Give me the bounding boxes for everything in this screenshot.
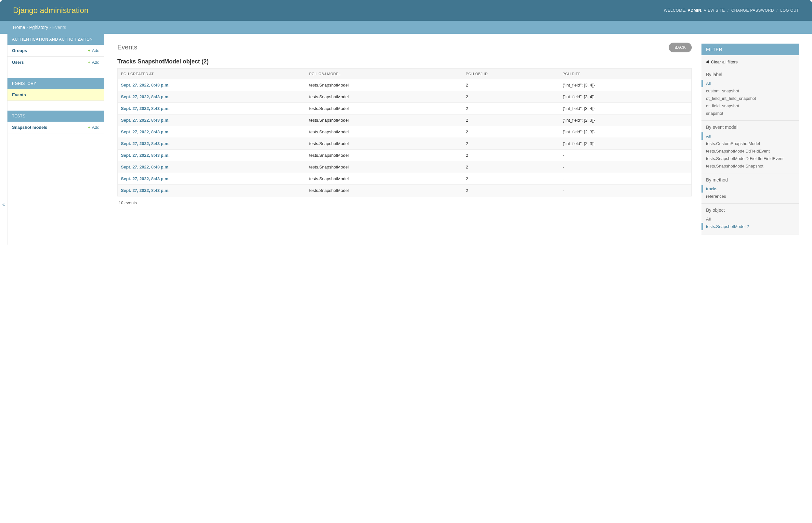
username: ADMIN	[687, 8, 701, 13]
cell-obj-model: tests.SnapshotModel	[306, 79, 462, 91]
cell-obj-id: 2	[462, 138, 560, 150]
filter-option-link[interactable]: tests.SnapshotModelDtFieldEvent	[706, 149, 770, 154]
filter-option-link[interactable]: dt_field_int_field_snapshot	[706, 96, 756, 101]
event-link[interactable]: Sept. 27, 2022, 8:43 p.m.	[121, 83, 170, 88]
sidebar-model-link[interactable]: Users	[12, 60, 24, 65]
cell-obj-model: tests.SnapshotModel	[306, 173, 462, 185]
column-header[interactable]: PGH CREATED AT	[118, 69, 306, 79]
add-link[interactable]: + Add	[88, 48, 99, 53]
filter-option-link[interactable]: tests.CustomSnapshotModel	[706, 141, 760, 146]
column-header[interactable]: PGH DIFF	[560, 69, 692, 79]
sidebar-model-link[interactable]: Groups	[12, 48, 27, 53]
sidebar: AUTHENTICATION AND AUTHORIZATIONGroups+ …	[7, 34, 105, 245]
filter-option[interactable]: All	[701, 132, 799, 140]
filter-group: By event modelAlltests.CustomSnapshotMod…	[701, 120, 799, 173]
log-out-link[interactable]: LOG OUT	[780, 8, 799, 13]
filter-option[interactable]: tracks	[701, 185, 799, 193]
filter-option-link[interactable]: All	[706, 81, 711, 86]
filter-option[interactable]: tests.SnapshotModelSnapshot	[701, 162, 799, 170]
cell-obj-id: 2	[462, 161, 560, 173]
sidebar-model-row: Groups+ Add	[7, 45, 104, 57]
cell-obj-id: 2	[462, 79, 560, 91]
app-caption[interactable]: PGHISTORY	[7, 78, 104, 89]
filter-option-link[interactable]: dt_field_snapshot	[706, 104, 739, 108]
column-header[interactable]: PGH OBJ ID	[462, 69, 560, 79]
add-link[interactable]: + Add	[88, 60, 99, 65]
table-row: Sept. 27, 2022, 8:43 p.m.tests.SnapshotM…	[118, 161, 692, 173]
filter-option[interactable]: tests.SnapshotModelDtFieldIntFieldEvent	[701, 155, 799, 162]
event-link[interactable]: Sept. 27, 2022, 8:43 p.m.	[121, 129, 170, 134]
breadcrumb-current: Events	[52, 25, 66, 30]
sidebar-model-row: Events	[7, 89, 104, 101]
filter-option-link[interactable]: tests.SnapshotModelDtFieldIntFieldEvent	[706, 156, 783, 161]
cell-obj-id: 2	[462, 185, 560, 196]
change-password-link[interactable]: CHANGE PASSWORD	[731, 8, 774, 13]
filter-option[interactable]: snapshot	[701, 110, 799, 117]
filter-option-link[interactable]: tests.SnapshotModelSnapshot	[706, 164, 763, 168]
filter-option[interactable]: tests.CustomSnapshotModel	[701, 140, 799, 147]
filter-option[interactable]: tests.SnapshotModel:2	[701, 223, 799, 230]
add-label: Add	[91, 60, 99, 65]
cell-obj-id: 2	[462, 91, 560, 103]
event-link[interactable]: Sept. 27, 2022, 8:43 p.m.	[121, 106, 170, 111]
filter-group: By objectAlltests.SnapshotModel:2	[701, 203, 799, 234]
back-button[interactable]: BACK	[669, 42, 692, 52]
event-link[interactable]: Sept. 27, 2022, 8:43 p.m.	[121, 118, 170, 123]
app-caption[interactable]: AUTHENTICATION AND AUTHORIZATION	[7, 34, 104, 45]
filter-option[interactable]: references	[701, 193, 799, 200]
event-link[interactable]: Sept. 27, 2022, 8:43 p.m.	[121, 94, 170, 99]
column-header[interactable]: PGH OBJ MODEL	[306, 69, 462, 79]
filter-option-link[interactable]: All	[706, 134, 711, 139]
table-row: Sept. 27, 2022, 8:43 p.m.tests.SnapshotM…	[118, 173, 692, 185]
event-link[interactable]: Sept. 27, 2022, 8:43 p.m.	[121, 153, 170, 158]
filter-option[interactable]: custom_snapshot	[701, 87, 799, 95]
breadcrumb-home[interactable]: Home	[13, 25, 25, 30]
filter-option-link[interactable]: tests.SnapshotModel:2	[706, 224, 749, 229]
cell-obj-id: 2	[462, 126, 560, 138]
filter-option-link[interactable]: snapshot	[706, 111, 723, 116]
separator: /	[777, 8, 778, 13]
clear-all-filters[interactable]: ✖Clear all filters	[706, 59, 738, 65]
filter-option[interactable]: All	[701, 215, 799, 223]
table-row: Sept. 27, 2022, 8:43 p.m.tests.SnapshotM…	[118, 79, 692, 91]
filter-option[interactable]: dt_field_snapshot	[701, 102, 799, 110]
cell-diff: {"int_field": [3, 4]}	[560, 91, 692, 103]
sidebar-model-link[interactable]: Snapshot models	[12, 125, 47, 130]
filter-option-link[interactable]: references	[706, 194, 726, 199]
cell-obj-model: tests.SnapshotModel	[306, 91, 462, 103]
toggle-nav-icon[interactable]: «	[0, 34, 7, 245]
filter-group-title: By event model	[701, 125, 799, 132]
filter-option[interactable]: tests.SnapshotModelDtFieldEvent	[701, 147, 799, 155]
separator: /	[728, 8, 729, 13]
view-site-link[interactable]: VIEW SITE	[704, 8, 725, 13]
cell-diff: -	[560, 161, 692, 173]
table-row: Sept. 27, 2022, 8:43 p.m.tests.SnapshotM…	[118, 114, 692, 126]
event-link[interactable]: Sept. 27, 2022, 8:43 p.m.	[121, 176, 170, 181]
filter-option[interactable]: All	[701, 80, 799, 87]
filter-option[interactable]: dt_field_int_field_snapshot	[701, 95, 799, 102]
content: Events BACK Tracks SnapshotModel object …	[117, 43, 692, 235]
event-link[interactable]: Sept. 27, 2022, 8:43 p.m.	[121, 141, 170, 146]
plus-icon: +	[88, 48, 90, 53]
user-tools: WELCOME, ADMIN. VIEW SITE / CHANGE PASSW…	[664, 8, 799, 13]
filter-option-link[interactable]: custom_snapshot	[706, 88, 739, 93]
table-row: Sept. 27, 2022, 8:43 p.m.tests.SnapshotM…	[118, 138, 692, 150]
sidebar-model-row: Snapshot models+ Add	[7, 122, 104, 133]
breadcrumb-app[interactable]: Pghistory	[29, 25, 48, 30]
add-link[interactable]: + Add	[88, 125, 99, 130]
cell-obj-model: tests.SnapshotModel	[306, 114, 462, 126]
app-caption[interactable]: TESTS	[7, 111, 104, 122]
table-row: Sept. 27, 2022, 8:43 p.m.tests.SnapshotM…	[118, 91, 692, 103]
cell-obj-id: 2	[462, 173, 560, 185]
filter-option-link[interactable]: tracks	[706, 186, 717, 191]
filter-group: By labelAllcustom_snapshotdt_field_int_f…	[701, 68, 799, 120]
sidebar-model-link[interactable]: Events	[12, 92, 26, 97]
table-row: Sept. 27, 2022, 8:43 p.m.tests.SnapshotM…	[118, 185, 692, 196]
filter-option-link[interactable]: All	[706, 217, 711, 221]
event-link[interactable]: Sept. 27, 2022, 8:43 p.m.	[121, 188, 170, 193]
cell-obj-model: tests.SnapshotModel	[306, 150, 462, 161]
site-title[interactable]: Django administration	[13, 6, 89, 15]
sidebar-model-row: Users+ Add	[7, 57, 104, 68]
filter-group-title: By method	[701, 177, 799, 185]
event-link[interactable]: Sept. 27, 2022, 8:43 p.m.	[121, 165, 170, 169]
